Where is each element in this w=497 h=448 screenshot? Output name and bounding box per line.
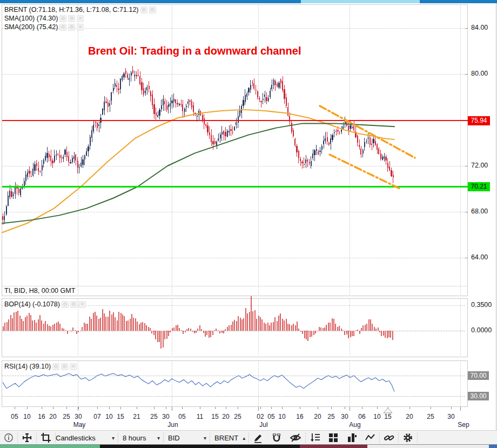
legend-sma100-row: SMA(100) (74.30)⚙⚙✕ — [4, 14, 156, 23]
rsi-label-row: RSI(14) (39.10)⚙⚙✕ — [4, 363, 77, 370]
bottom-strip-dark — [100, 445, 300, 448]
gear-icon — [402, 432, 413, 443]
line-style-button[interactable] — [361, 432, 379, 444]
date-axis-day-label: 15 — [211, 413, 218, 420]
price-side-dropdown[interactable]: BID — [164, 432, 199, 444]
draw-button[interactable] — [249, 432, 267, 444]
date-axis-day-label: 05 — [178, 413, 185, 420]
chevron-down-icon: ▾ — [204, 435, 206, 441]
main-chart-footer-divider — [2, 286, 467, 286]
sort-list-button[interactable] — [306, 432, 324, 444]
gear-icon[interactable]: ⚙ — [61, 363, 68, 370]
toolbar-separator — [417, 432, 418, 443]
bottom-toolbar: Candlesticks ▾ 8 hours ▾ BID ▾ BRENT ▴ — [0, 430, 497, 445]
chart-footer-info: TI, BID, H8, 00:00 GMT — [4, 287, 75, 295]
hide-drawings-button[interactable] — [286, 432, 305, 444]
date-axis-day-label: 30 — [447, 413, 454, 420]
price-tick-label: 68.00 — [471, 208, 488, 215]
bop-label-row: BOP(14) (-0.1078)⚙⚙✕ — [4, 300, 86, 308]
bop-label: BOP(14) (-0.1078) — [4, 300, 60, 308]
grid-layout-button[interactable] — [324, 432, 342, 444]
date-axis-day-label: 02 — [257, 413, 264, 420]
date-axis-day-label: 07 — [93, 413, 100, 420]
bottom-scrollbar-corner[interactable] — [489, 445, 497, 448]
date-axis-day-label: 06 — [358, 413, 365, 420]
date-axis-day-label: 20 — [49, 413, 56, 420]
date-axis-month-label: Sep — [458, 421, 469, 429]
crop-icon — [41, 432, 51, 443]
bottom-strip-light — [367, 445, 489, 448]
date-axis-day-label: 30 — [162, 413, 169, 420]
date-axis-day-label: 10 — [23, 413, 30, 420]
magnet-icon — [271, 432, 282, 443]
rsi-level-badge: 70.00 — [468, 371, 489, 380]
close-icon[interactable]: ✕ — [77, 24, 84, 31]
date-axis-day-label: 16 — [296, 413, 303, 420]
legend-ohlc-row: BRENT (O:71.18, H:71.36, L:71.08, C:71.1… — [4, 5, 156, 14]
close-icon[interactable]: ✕ — [79, 301, 86, 308]
gear-icon[interactable]: ⚙ — [59, 15, 66, 22]
date-axis-day-label: 25 — [327, 413, 334, 420]
settings-button[interactable] — [399, 432, 417, 444]
timeframe-dropdown[interactable]: 8 hours — [118, 432, 153, 444]
date-axis-day-label: 05 — [267, 413, 274, 420]
date-axis-day-label: 20 — [314, 413, 321, 420]
legend-sma200-row: SMA(200) (75.42)⚙⚙✕ — [4, 23, 156, 31]
date-axis-day-label: 20 — [406, 413, 413, 420]
pencil-icon — [253, 432, 264, 443]
chevron-down-icon: ▾ — [157, 435, 160, 441]
chevron-up-icon: ▴ — [243, 435, 245, 441]
sort-list-icon — [310, 432, 320, 443]
date-axis-day-label: 11 — [197, 413, 203, 420]
date-axis-day-label: 16 — [38, 413, 45, 420]
date-axis-day-label: 15 — [384, 413, 391, 420]
price-side-value: BID — [168, 434, 180, 442]
gear-icon[interactable]: ⚙ — [59, 24, 66, 31]
date-axis-month-label: Jun — [167, 421, 178, 429]
date-axis-day-label: 25 — [150, 413, 157, 420]
date-axis-day-label: 15 — [117, 413, 124, 420]
crosshair-icon — [22, 432, 32, 443]
magnet-button[interactable] — [267, 432, 286, 444]
bottom-strip-maroon — [300, 445, 367, 448]
gear-icon[interactable]: ⚙ — [62, 301, 69, 308]
chart-type-value: Candlesticks — [56, 434, 96, 442]
gear-icon[interactable]: ⚙ — [70, 301, 77, 308]
date-axis-day-label: 10 — [373, 413, 380, 420]
chart-type-dropdown[interactable]: Candlesticks — [56, 432, 108, 444]
gear-icon[interactable]: ⚙ — [68, 15, 75, 22]
info-icon — [4, 433, 14, 443]
date-axis-day-label: 20 — [222, 413, 229, 420]
date-axis-month-label: Aug — [349, 421, 360, 429]
gear-icon[interactable]: ⚙ — [68, 24, 75, 31]
gear-icon[interactable]: ⚙ — [140, 6, 147, 14]
ohlc-text: BRENT (O:71.18, H:71.36, L:71.08, C:71.1… — [4, 6, 139, 14]
chart-gallery-button[interactable] — [342, 432, 361, 444]
date-axis-day-label: 25 — [63, 413, 70, 420]
sma100-text: SMA(100) (74.30) — [4, 15, 58, 22]
date-axis-month-label: Jul — [259, 421, 267, 429]
link-button[interactable] — [380, 432, 398, 444]
symbol-value: BRENT — [214, 434, 238, 442]
window-top-bar — [0, 0, 497, 3]
symbol-dropdown[interactable]: BRENT — [210, 432, 238, 444]
gear-icon[interactable]: ⚙ — [149, 6, 156, 14]
price-tick-label: 64.00 — [471, 253, 488, 261]
close-icon[interactable]: ✕ — [70, 363, 77, 370]
crop-button[interactable] — [37, 432, 55, 444]
rsi-level-badge: 30.00 — [468, 392, 489, 400]
bop-tick-label: 0.0000 — [471, 326, 492, 334]
info-button[interactable] — [0, 432, 17, 444]
price-tick-label: 84.00 — [471, 24, 488, 31]
gear-icon[interactable]: ⚙ — [52, 363, 59, 370]
timeframe-value: 8 hours — [123, 434, 146, 442]
close-icon[interactable]: ✕ — [77, 15, 84, 22]
bar-chart-icon — [346, 432, 357, 443]
rsi-label: RSI(14) (39.10) — [4, 363, 51, 370]
window-right-border — [496, 3, 496, 448]
date-axis-day-label: 05 — [11, 413, 18, 420]
eye-off-icon — [290, 432, 301, 443]
bottom-strip-green — [0, 445, 100, 448]
crosshair-button[interactable] — [18, 432, 36, 444]
chart-legend: BRENT (O:71.18, H:71.36, L:71.08, C:71.1… — [4, 5, 156, 31]
